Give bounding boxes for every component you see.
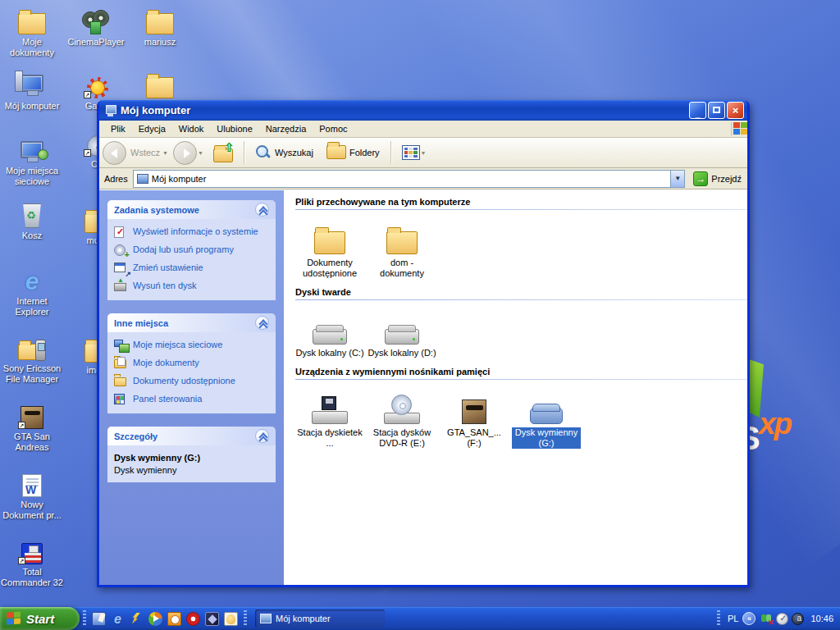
desktop-icon-internet-explorer[interactable]: e Internet Explorer — [0, 264, 64, 317]
winamp-icon[interactable] — [130, 612, 144, 626]
graphics-app-icon[interactable] — [205, 612, 219, 626]
tray-check-icon[interactable] — [776, 613, 788, 625]
link-control-panel[interactable]: Panel sterowania — [114, 394, 271, 406]
link-my-documents[interactable]: Moje dokumenty — [114, 358, 271, 370]
desktop-icon-cinemaplayer[interactable]: CinemaPlayer — [64, 5, 128, 48]
task-add-remove-programs[interactable]: Dodaj lub usuń programy — [114, 244, 271, 257]
quick-launch: e — [89, 612, 240, 626]
desktop-icon-mariusz[interactable]: mariusz — [128, 5, 192, 48]
item-dom-documents[interactable]: dom - dokumenty — [368, 220, 436, 279]
quick-launch-grip[interactable] — [83, 610, 86, 627]
views-button[interactable] — [402, 145, 420, 160]
item-shared-documents[interactable]: Dokumenty udostępnione — [295, 220, 364, 279]
show-desktop-icon[interactable] — [92, 612, 106, 626]
menu-plik[interactable]: Plik — [104, 121, 132, 137]
desktop-icon-total-commander[interactable]: ↗ Total Commander 32 — [0, 535, 64, 588]
search-icon[interactable] — [255, 144, 272, 161]
item-gta-san-f[interactable]: GTA_SAN_... (F:) — [440, 390, 509, 449]
item-dvd-drive-e[interactable]: Stacja dysków DVD-R (E:) — [368, 390, 436, 449]
forward-button[interactable] — [173, 141, 197, 165]
clock-app-icon[interactable] — [167, 612, 181, 626]
media-player-icon[interactable] — [148, 612, 162, 626]
item-local-disk-d[interactable]: Dysk lokalny (D:) — [368, 310, 436, 358]
internet-explorer-icon[interactable]: e — [111, 612, 125, 626]
back-button[interactable] — [103, 141, 126, 165]
address-bar: Adres Mój komputer ▼ → Przejdź — [99, 168, 747, 189]
close-button[interactable]: × — [727, 102, 744, 119]
messenger-icon[interactable] — [224, 612, 238, 626]
item-removable-disk-g[interactable]: Dysk wymienny (G:) — [512, 390, 581, 449]
my-documents-icon — [114, 359, 126, 368]
task-eject-disk[interactable]: Wysuń ten dysk — [114, 281, 271, 293]
menu-edycja[interactable]: Edycja — [132, 121, 172, 137]
collapse-chevron-icon[interactable] — [255, 429, 269, 443]
start-button[interactable]: Start — [0, 607, 80, 630]
menu-bar: Plik Edycja Widok Ulubione Narzędzia Pom… — [99, 121, 747, 138]
address-value[interactable]: Mój komputer — [152, 174, 671, 184]
back-dropdown-icon[interactable]: ▼ — [162, 150, 168, 156]
desktop-icon-nowy-dokument[interactable]: Nowy Dokument pr... — [0, 468, 64, 521]
address-dropdown-button[interactable]: ▼ — [670, 171, 684, 187]
go-label: Przejdź — [711, 174, 742, 184]
panel-other-places: Inne miejsca Moje miejsca sieciowe Moje … — [107, 313, 276, 413]
item-local-disk-c[interactable]: Dysk lokalny (C:) — [295, 310, 364, 358]
title-bar[interactable]: Mój komputer _ × — [99, 100, 747, 121]
section-files-stored: Pliki przechowywane na tym komputerze Do… — [295, 197, 747, 279]
panel-other-places-header[interactable]: Inne miejsca — [107, 313, 276, 332]
panel-system-tasks-header[interactable]: Zadania systemowe — [107, 200, 276, 219]
desktop-icon-gta[interactable]: ↗ GTA San Andreas — [0, 399, 64, 453]
collapse-chevron-icon[interactable] — [255, 316, 269, 330]
opera-icon[interactable] — [186, 612, 200, 626]
maximize-button[interactable] — [708, 102, 725, 119]
desktop-icon-recycle-bin[interactable]: Kosz — [0, 199, 64, 241]
tray-app-icon[interactable] — [792, 613, 804, 625]
desktop-icon-sony-ericsson[interactable]: Sony Ericsson File Manager — [0, 331, 64, 385]
forward-dropdown-icon[interactable]: ▼ — [198, 150, 203, 156]
tray-chevron-icon[interactable]: « — [742, 612, 756, 625]
change-setting-icon — [114, 262, 126, 272]
search-label[interactable]: Wyszukaj — [275, 148, 313, 158]
folders-label[interactable]: Foldery — [349, 148, 380, 158]
link-shared-documents[interactable]: Dokumenty udostępnione — [114, 376, 271, 388]
task-view-system-info[interactable]: Wyświetl informacje o systemie — [114, 226, 271, 239]
panel-details: Szczegóły Dysk wymienny (G:) Dysk wymien… — [107, 427, 276, 482]
up-button[interactable]: ⇧ — [213, 143, 235, 162]
address-combo[interactable]: Mój komputer ▼ — [133, 170, 686, 188]
details-item-name: Dysk wymienny (G:) — [114, 453, 271, 463]
tray-clock[interactable]: 10:46 — [810, 614, 833, 623]
go-button[interactable]: → Przejdź — [690, 171, 745, 187]
desktop-icon-my-documents[interactable]: Moje dokumenty — [0, 5, 64, 58]
shortcut-arrow-icon: ↗ — [84, 149, 91, 157]
add-remove-programs-icon — [114, 244, 126, 256]
language-indicator[interactable]: PL — [728, 614, 738, 623]
phone-manager-icon — [0, 331, 64, 361]
system-info-icon — [114, 226, 124, 238]
details-item-type: Dysk wymienny — [114, 465, 271, 475]
minimize-button[interactable]: _ — [689, 102, 706, 119]
panel-details-header[interactable]: Szczegóły — [107, 427, 276, 445]
menu-ulubione[interactable]: Ulubione — [210, 121, 258, 137]
desktop-icon-network-places[interactable]: Moje miejsca sieciowe — [0, 134, 64, 187]
folders-icon[interactable] — [326, 145, 346, 160]
desktop-icon-my-computer[interactable]: Mój komputer — [0, 69, 64, 112]
back-label: Wstecz — [130, 148, 160, 158]
menu-widok[interactable]: Widok — [172, 121, 211, 137]
collapse-chevron-icon[interactable] — [255, 203, 269, 217]
views-dropdown-icon[interactable]: ▼ — [421, 150, 427, 156]
internet-explorer-icon: e — [0, 264, 64, 294]
taskbar-button-my-computer[interactable]: Mój komputer — [255, 609, 385, 628]
windows-logo-icon — [731, 122, 746, 135]
wallpaper-xp-text: xp — [759, 407, 791, 441]
menu-narzedzia[interactable]: Narzędzia — [259, 121, 313, 137]
dvd-drive-icon — [384, 395, 420, 424]
section-removable-devices: Urządzenia z wymiennymi nośnikami pamięc… — [295, 367, 747, 449]
folder-icon — [386, 231, 418, 254]
link-network-places[interactable]: Moje miejsca sieciowe — [114, 340, 271, 352]
taskband-grip[interactable] — [244, 610, 247, 627]
window-computer-icon — [104, 105, 117, 116]
menu-pomoc[interactable]: Pomoc — [313, 121, 354, 137]
item-floppy-drive[interactable]: Stacja dyskietek ... — [295, 390, 364, 449]
task-change-setting[interactable]: Zmień ustawienie — [114, 262, 271, 275]
tray-network-disconnected-icon[interactable] — [760, 613, 773, 625]
desktop-icon-unnamed-folder[interactable] — [128, 69, 192, 101]
